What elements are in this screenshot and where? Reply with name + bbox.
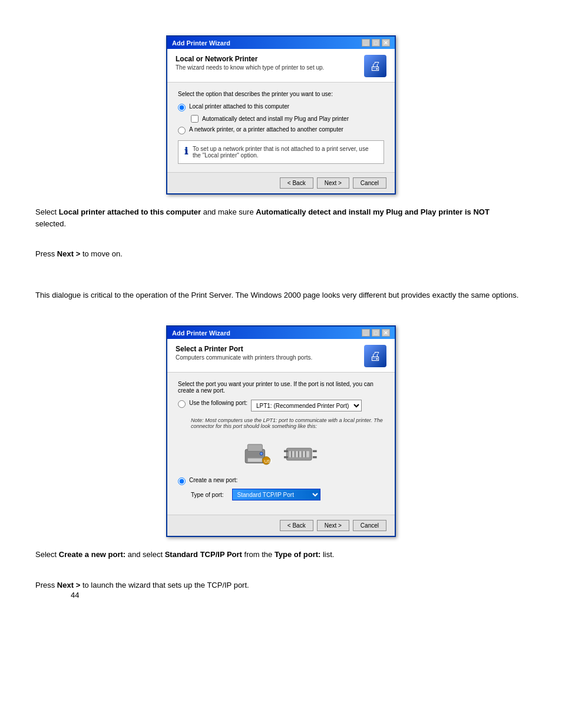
- wizard-1-icon: 🖨: [364, 55, 386, 77]
- radio-create-port-label: Create a new port:: [189, 477, 237, 483]
- port-type-dropdown[interactable]: Standard TCP/IP Port: [232, 489, 320, 500]
- wizard-2-title: Select a Printer Port: [176, 345, 312, 353]
- titlebar-2-controls: _ □ ✕: [362, 329, 390, 337]
- text1-bold1: Local printer attached to this computer: [59, 207, 201, 216]
- wizard-2-footer: < Back Next > Cancel: [167, 515, 395, 536]
- svg-text:USB: USB: [265, 459, 272, 464]
- cancel-button-1[interactable]: Cancel: [353, 177, 386, 189]
- description-text: This dialogue is critical to the operati…: [35, 289, 527, 301]
- dialog2-container: Add Printer Wizard _ □ ✕ Select a Printe…: [35, 325, 527, 537]
- minimize-btn[interactable]: _: [362, 39, 370, 47]
- page-number: 44: [71, 591, 562, 599]
- wizard-2-instruction: Select the port you want your printer to…: [178, 381, 384, 394]
- text1-bold2: Automatically detect and install my Plug…: [256, 207, 462, 216]
- wizard-2-header-text: Select a Printer Port Computers communic…: [176, 345, 312, 361]
- cancel-button-2[interactable]: Cancel: [353, 520, 386, 531]
- maximize-btn[interactable]: □: [372, 39, 380, 47]
- svg-rect-1: [247, 444, 262, 452]
- titlebar-2-label: Add Printer Wizard: [172, 330, 230, 337]
- text4-part1: Press: [35, 581, 55, 589]
- radio-create-port-input[interactable]: [178, 477, 186, 485]
- text3-bold3: Type of port:: [275, 550, 320, 559]
- next-button-2[interactable]: Next >: [317, 520, 349, 531]
- port-type-row: Type of port: Standard TCP/IP Port: [191, 489, 384, 500]
- text4-bold1: Next >: [57, 581, 80, 589]
- radio-item-local: Local printer attached to this computer: [178, 103, 384, 111]
- svg-rect-16: [313, 456, 317, 458]
- svg-rect-15: [313, 450, 317, 452]
- description-span: This dialogue is critical to the operati…: [35, 291, 518, 299]
- wizard-1-title: Local or Network Printer: [176, 55, 324, 63]
- close-btn[interactable]: ✕: [382, 39, 390, 47]
- text3-part4: list.: [323, 550, 335, 559]
- next-button-1[interactable]: Next >: [317, 177, 349, 189]
- back-button-1[interactable]: < Back: [280, 177, 313, 189]
- wizard-2-body: Select the port you want your printer to…: [167, 373, 395, 515]
- text1-part3: is NOT: [465, 207, 490, 216]
- svg-rect-13: [284, 450, 288, 452]
- printer-svg: USB: [243, 441, 272, 467]
- svg-point-3: [260, 452, 263, 455]
- info-icon-1: ℹ: [184, 146, 188, 157]
- text3-part2: and select: [128, 550, 163, 559]
- radio-local-label: Local printer attached to this computer: [189, 103, 289, 110]
- text3-bold1: Create a new port:: [59, 550, 125, 559]
- wizard-1-instruction: Select the option that describes the pri…: [178, 91, 384, 97]
- wizard-1-subtitle: The wizard needs to know which type of p…: [176, 64, 324, 71]
- radio-item-network: A network printer, or a printer attached…: [178, 126, 384, 134]
- info-box-1: ℹ To set up a network printer that is no…: [178, 140, 384, 164]
- doc-text-1: Select Local printer attached to this co…: [35, 206, 527, 229]
- auto-detect-checkbox[interactable]: [191, 115, 199, 123]
- text4-part2: to launch the wizard that sets up the TC…: [82, 581, 249, 589]
- port-type-label: Type of port:: [191, 492, 224, 498]
- dialog1-container: Add Printer Wizard _ □ ✕ Local or Networ…: [35, 35, 527, 195]
- titlebar-controls: _ □ ✕: [362, 39, 390, 47]
- port-dropdown[interactable]: LPT1: (Recommended Printer Port): [251, 400, 362, 411]
- info-text-1: To set up a network printer that is not …: [193, 146, 378, 159]
- text2-part1: Press: [35, 249, 55, 258]
- wizard-2-header: Select a Printer Port Computers communic…: [167, 339, 395, 373]
- add-printer-wizard-2: Add Printer Wizard _ □ ✕ Select a Printe…: [166, 325, 396, 537]
- text2-bold1: Next >: [57, 249, 80, 258]
- wizard-1-footer: < Back Next > Cancel: [167, 172, 395, 193]
- text2-part2: to move on.: [82, 249, 123, 258]
- svg-rect-2: [247, 458, 262, 462]
- radio-group-1: Local printer attached to this computer …: [178, 103, 384, 134]
- wizard-1-body: Select the option that describes the pri…: [167, 83, 395, 172]
- text1-part4: selected.: [35, 219, 66, 228]
- radio-local-printer[interactable]: [178, 104, 186, 111]
- port-images: USB: [178, 435, 384, 473]
- minimize-btn-2[interactable]: _: [362, 329, 370, 337]
- text3-bold2: Standard TCP/IP Port: [165, 550, 242, 559]
- wizard-1-header: Local or Network Printer The wizard need…: [167, 49, 395, 83]
- text1-part2: and make sure: [203, 207, 254, 216]
- auto-detect-label: Automatically detect and install my Plug…: [202, 116, 349, 122]
- wizard-1-header-text: Local or Network Printer The wizard need…: [176, 55, 324, 71]
- radio-use-port: Use the following port: LPT1: (Recommend…: [178, 400, 384, 411]
- titlebar-2: Add Printer Wizard _ □ ✕: [167, 327, 395, 339]
- connector-svg: [284, 444, 319, 465]
- radio-network-label: A network printer, or a printer attached…: [189, 126, 343, 133]
- text1-part1: Select: [35, 207, 57, 216]
- port-note: Note: Most computers use the LPT1: port …: [191, 417, 384, 429]
- titlebar-1: Add Printer Wizard _ □ ✕: [167, 37, 395, 49]
- radio-create-port: Create a new port:: [178, 477, 384, 485]
- maximize-btn-2[interactable]: □: [372, 329, 380, 337]
- back-button-2[interactable]: < Back: [280, 520, 313, 531]
- doc-text-4: Press Next > to launch the wizard that s…: [35, 579, 527, 591]
- radio-network-printer[interactable]: [178, 127, 186, 134]
- radio-use-port-input[interactable]: [178, 400, 186, 408]
- svg-rect-7: [289, 451, 309, 457]
- doc-text-2: Press Next > to move on.: [35, 248, 527, 260]
- text3-part3: from the: [244, 550, 273, 559]
- doc-text-3: Select Create a new port: and select Sta…: [35, 549, 527, 561]
- wizard-2-icon: 🖨: [364, 345, 386, 367]
- close-btn-2[interactable]: ✕: [382, 329, 390, 337]
- checkbox-auto-detect: Automatically detect and install my Plug…: [191, 115, 384, 123]
- radio-use-port-label: Use the following port:: [189, 400, 247, 406]
- svg-rect-14: [284, 456, 288, 458]
- add-printer-wizard-1: Add Printer Wizard _ □ ✕ Local or Networ…: [166, 35, 396, 195]
- radio-group-2: Use the following port: LPT1: (Recommend…: [178, 400, 384, 500]
- titlebar-1-label: Add Printer Wizard: [172, 39, 230, 47]
- text3-part1: Select: [35, 550, 57, 559]
